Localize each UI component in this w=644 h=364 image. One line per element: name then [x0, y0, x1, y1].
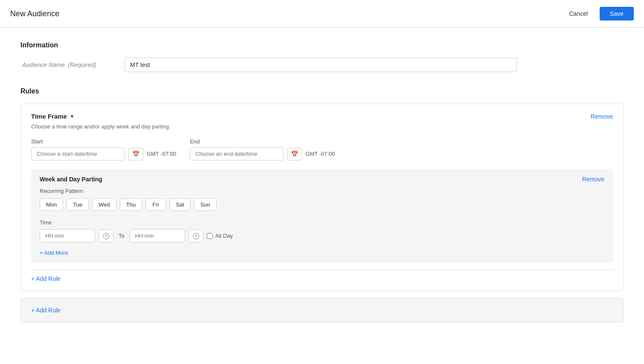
add-more-button[interactable]: + Add More	[40, 250, 68, 256]
inner-add-rule: + Add Rule	[31, 270, 613, 282]
information-section: Information Audience Name (Required)	[20, 41, 624, 72]
rule-card-header: Time Frame ▼ Remove	[31, 113, 613, 120]
chevron-down-icon: ▼	[70, 114, 75, 119]
end-timezone: GMT -07:00	[305, 151, 335, 157]
day-button-wed[interactable]: Wed	[92, 198, 116, 211]
rule-description: Choose a time range and/or apply week an…	[31, 123, 613, 130]
start-label: Start	[31, 138, 176, 145]
start-input-row: 📅 GMT -07:00	[31, 147, 176, 160]
bottom-add-rule-button[interactable]: + Add Rule	[31, 307, 61, 314]
header-actions: Cancel Save	[562, 7, 634, 20]
rule-title: Time Frame ▼	[31, 113, 75, 120]
end-group: End 📅 GMT -07:00	[190, 138, 335, 160]
start-date-input[interactable]	[31, 147, 125, 160]
end-input-row: 📅 GMT -07:00	[190, 147, 335, 160]
information-heading: Information	[20, 41, 624, 49]
parting-header: Week and Day Parting Remove	[40, 176, 604, 183]
week-day-parting-card: Week and Day Parting Remove Recurring Pa…	[31, 169, 613, 263]
day-button-tue[interactable]: Tue	[67, 198, 89, 211]
time-row: 🕐 To 🕐 All Day	[40, 229, 604, 242]
datetime-row: Start 📅 GMT -07:00 End 📅 GMT -07:00	[31, 138, 613, 160]
time-from-clock-button[interactable]: 🕐	[99, 230, 113, 242]
rules-heading: Rules	[20, 87, 624, 95]
rule-title-text: Time Frame	[31, 113, 67, 120]
day-button-sun[interactable]: Sun	[194, 198, 217, 211]
page-header: New Audience Cancel Save	[0, 0, 644, 28]
day-button-fri[interactable]: Fri	[145, 198, 166, 211]
end-label: End	[190, 138, 335, 145]
end-calendar-button[interactable]: 📅	[287, 148, 302, 160]
all-day-row: All Day	[207, 233, 233, 239]
start-group: Start 📅 GMT -07:00	[31, 138, 176, 160]
audience-name-label: Audience Name (Required)	[20, 61, 114, 68]
rules-section: Rules Time Frame ▼ Remove Choose a time …	[20, 87, 624, 323]
start-timezone: GMT -07:00	[147, 151, 176, 157]
cancel-button[interactable]: Cancel	[562, 7, 595, 20]
time-frame-remove-button[interactable]: Remove	[591, 113, 613, 120]
pattern-label: Recurring Pattern	[40, 188, 604, 194]
inner-add-rule-button[interactable]: + Add Rule	[31, 275, 61, 282]
to-label: To	[117, 233, 126, 239]
time-from-input[interactable]	[40, 229, 95, 242]
day-button-sat[interactable]: Sat	[169, 198, 191, 211]
day-button-mon[interactable]: Mon	[40, 198, 63, 211]
day-buttons: Mon Tue Wed Thu Fri Sat Sun	[40, 198, 604, 211]
start-calendar-button[interactable]: 📅	[128, 148, 143, 160]
parting-remove-button[interactable]: Remove	[582, 176, 604, 183]
time-frame-card: Time Frame ▼ Remove Choose a time range …	[20, 104, 624, 291]
save-button[interactable]: Save	[600, 7, 634, 20]
audience-name-row: Audience Name (Required)	[20, 58, 624, 72]
parting-title: Week and Day Parting	[40, 176, 102, 183]
end-date-input[interactable]	[190, 147, 284, 160]
audience-name-input[interactable]	[125, 58, 517, 72]
all-day-checkbox[interactable]	[207, 233, 213, 239]
time-label: Time	[40, 219, 604, 226]
page-title: New Audience	[10, 9, 59, 18]
all-day-label: All Day	[215, 233, 233, 239]
time-to-input[interactable]	[130, 229, 185, 242]
day-button-thu[interactable]: Thu	[120, 198, 142, 211]
time-section: Time 🕐 To 🕐 All Day	[40, 219, 604, 242]
main-content: Information Audience Name (Required) Rul…	[0, 28, 644, 336]
time-to-clock-button[interactable]: 🕐	[189, 230, 203, 242]
bottom-add-rule-container: + Add Rule	[20, 298, 624, 323]
